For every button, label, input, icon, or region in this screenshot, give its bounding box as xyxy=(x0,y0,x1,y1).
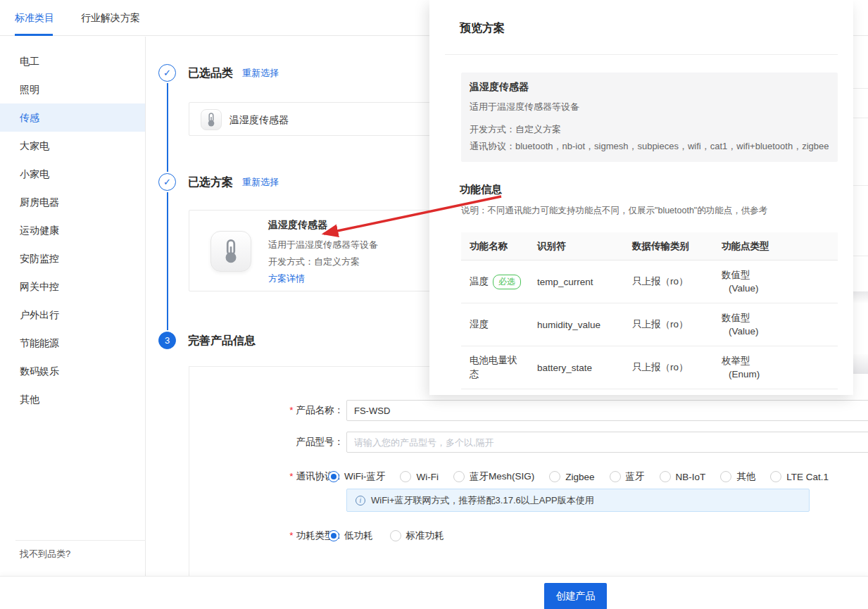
col-identifier: 识别符 xyxy=(529,240,624,253)
step2-reselect-link[interactable]: 重新选择 xyxy=(242,176,279,189)
summary-dev-mode: 开发方式：自定义方案 xyxy=(470,123,561,136)
panel-divider xyxy=(445,54,838,55)
protocol-label: *通讯协议： xyxy=(189,466,344,487)
feature-row-humidity: 湿度 humidity_value 只上报（ro） 数值型(Value) xyxy=(461,303,838,346)
tab-industry-solution[interactable]: 行业解决方案 xyxy=(81,0,140,35)
product-name-input[interactable] xyxy=(346,400,868,421)
sidebar-item-diangong[interactable]: 电工 xyxy=(0,47,145,75)
product-model-input[interactable] xyxy=(346,432,868,453)
solution-dev-mode: 开发方式：自定义方案 xyxy=(268,256,360,268)
summary-desc: 适用于温湿度传感器等设备 xyxy=(470,101,579,113)
col-transfer-type: 数据传输类别 xyxy=(624,240,713,253)
feature-info-title: 功能信息 xyxy=(460,183,502,196)
required-asterisk: * xyxy=(289,530,293,541)
protocol-hint-box: i WiFi+蓝牙联网方式，推荐搭配3.17.6以上APP版本使用 xyxy=(346,489,810,512)
bg-fragment-patch xyxy=(853,291,868,303)
sidebar-item-chuangan[interactable]: 传感 xyxy=(0,103,145,132)
step2-check-icon: ✓ xyxy=(158,173,176,191)
tab-standard-category[interactable]: 标准类目 xyxy=(15,0,54,35)
power-radio-group: 低功耗 标准功耗 xyxy=(328,525,444,546)
sidebar-item-shuma[interactable]: 数码娱乐 xyxy=(0,357,145,385)
info-icon: i xyxy=(356,496,365,506)
selected-category-name: 温湿度传感器 xyxy=(229,103,289,137)
product-model-label: 产品型号： xyxy=(189,432,344,453)
create-product-button[interactable]: 创建产品 xyxy=(544,583,607,609)
sidebar-item-huwai[interactable]: 户外出行 xyxy=(0,301,145,329)
radio-circle xyxy=(720,471,731,482)
radio-circle xyxy=(770,471,781,482)
radio-ble[interactable]: 蓝牙 xyxy=(610,470,645,483)
required-asterisk: * xyxy=(289,405,293,415)
feature-row-battery: 电池电量状态 battery_state 只上报（ro） 枚举型(Enum) xyxy=(461,346,838,389)
solution-name: 温湿度传感器 xyxy=(268,219,327,232)
active-tab-underline xyxy=(15,34,53,36)
bg-fragment-patch xyxy=(853,354,868,374)
col-feature-name: 功能名称 xyxy=(461,240,529,253)
radio-standard-power[interactable]: 标准功耗 xyxy=(390,529,444,542)
sidebar-item-xiaojiadian[interactable]: 小家电 xyxy=(0,160,145,188)
sidebar-item-yundong[interactable]: 运动健康 xyxy=(0,216,145,244)
sidebar-divider xyxy=(15,540,146,541)
step-connector-1 xyxy=(167,83,168,172)
category-sidebar: 电工 照明 传感 大家电 小家电 厨房电器 运动健康 安防监控 网关中控 户外出… xyxy=(0,37,146,576)
radio-wifi[interactable]: Wi-Fi xyxy=(400,471,438,482)
step2-title: 已选方案 xyxy=(188,173,233,191)
radio-wifi-ble[interactable]: WiFi-蓝牙 xyxy=(328,470,385,483)
radio-circle xyxy=(660,471,671,482)
step1-check-icon: ✓ xyxy=(158,64,176,82)
required-asterisk: * xyxy=(289,471,293,482)
col-datapoint-type: 功能点类型 xyxy=(713,240,838,253)
sidebar-item-chufang[interactable]: 厨房电器 xyxy=(0,188,145,216)
footer-bar: 创建产品 xyxy=(0,576,868,609)
radio-nbiot[interactable]: NB-IoT xyxy=(660,471,706,482)
radio-circle xyxy=(328,530,339,541)
step1-title: 已选品类 xyxy=(188,64,233,82)
protocol-radio-group: WiFi-蓝牙 Wi-Fi 蓝牙Mesh(SIG) Zigbee 蓝牙 NB-I… xyxy=(328,466,829,487)
radio-circle xyxy=(390,530,401,541)
summary-protocols: 通讯协议：bluetooth，nb-iot，sigmesh，subpieces，… xyxy=(470,140,829,153)
feature-table-header: 功能名称 识别符 数据传输类别 功能点类型 xyxy=(461,232,838,260)
radio-lte-cat1[interactable]: LTE Cat.1 xyxy=(770,471,829,482)
radio-circle xyxy=(549,471,560,482)
sidebar-item-dajiadian[interactable]: 大家电 xyxy=(0,132,145,160)
radio-zigbee[interactable]: Zigbee xyxy=(549,471,594,482)
sidebar-item-anfang[interactable]: 安防监控 xyxy=(0,244,145,272)
sidebar-item-qita[interactable]: 其他 xyxy=(0,385,145,413)
sidebar-item-jieneng[interactable]: 节能能源 xyxy=(0,329,145,357)
preview-solution-panel: 预览方案 温湿度传感器 适用于温湿度传感器等设备 开发方式：自定义方案 通讯协议… xyxy=(429,0,853,395)
category-not-found-link[interactable]: 找不到品类? xyxy=(20,548,70,560)
thermometer-icon-large xyxy=(210,231,251,272)
step1-reselect-link[interactable]: 重新选择 xyxy=(242,67,279,80)
step-connector-2 xyxy=(167,192,168,330)
solution-summary-box: 温湿度传感器 适用于温湿度传感器等设备 开发方式：自定义方案 通讯协议：blue… xyxy=(461,73,838,162)
preview-panel-title: 预览方案 xyxy=(460,21,505,36)
protocol-hint-text: WiFi+蓝牙联网方式，推荐搭配3.17.6以上APP版本使用 xyxy=(371,494,594,507)
feature-table: 功能名称 识别符 数据传输类别 功能点类型 温度必选 temp_current … xyxy=(461,232,838,389)
feature-info-note: 说明：不同通讯能力可能支持功能点不同，仅展示"bluetooth"的功能点，供参… xyxy=(461,205,767,217)
required-badge: 必选 xyxy=(493,275,521,289)
radio-circle xyxy=(610,471,621,482)
product-name-label: *产品名称： xyxy=(189,400,344,421)
step3-number: 3 xyxy=(158,332,176,349)
thermometer-icon xyxy=(201,109,222,130)
sidebar-item-zhaoming[interactable]: 照明 xyxy=(0,75,145,103)
summary-name: 温湿度传感器 xyxy=(470,81,529,94)
radio-other[interactable]: 其他 xyxy=(720,470,755,483)
power-type-label: *功耗类型： xyxy=(189,525,344,546)
feature-row-temperature: 温度必选 temp_current 只上报（ro） 数值型(Value) xyxy=(461,260,838,303)
radio-circle xyxy=(453,471,465,482)
radio-circle xyxy=(328,471,339,482)
solution-desc: 适用于温湿度传感器等设备 xyxy=(268,239,378,251)
sidebar-item-wangguan[interactable]: 网关中控 xyxy=(0,272,145,301)
solution-detail-link[interactable]: 方案详情 xyxy=(268,272,305,285)
radio-low-power[interactable]: 低功耗 xyxy=(328,529,373,542)
radio-circle xyxy=(400,471,411,482)
step3-title: 完善产品信息 xyxy=(188,332,256,349)
radio-ble-mesh[interactable]: 蓝牙Mesh(SIG) xyxy=(453,470,534,483)
